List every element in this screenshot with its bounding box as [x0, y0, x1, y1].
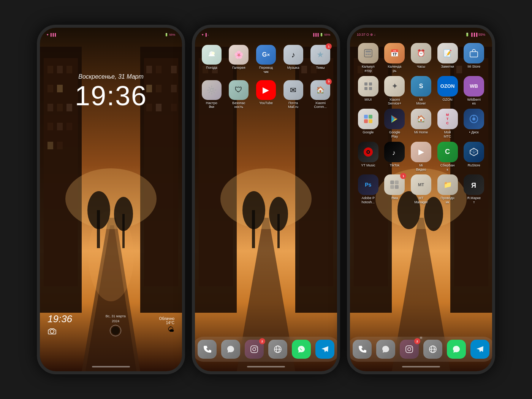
- app-icon-calculator: [358, 43, 378, 63]
- svg-rect-48: [252, 210, 255, 248]
- app-ytmusic[interactable]: YT Music: [356, 142, 381, 172]
- app-icon-ps: Ps: [358, 174, 378, 195]
- svg-point-89: [367, 151, 369, 153]
- app-miui[interactable]: MIUI: [356, 76, 381, 106]
- label-google: Google: [363, 130, 374, 135]
- widget-camera[interactable]: [48, 326, 57, 337]
- app-icon-calendar: 📅: [384, 43, 405, 63]
- app-icon-mi-home: 🏠: [411, 109, 431, 129]
- svg-rect-71: [366, 51, 371, 52]
- app-icon-google: [358, 109, 378, 129]
- badge-insta-2: 2: [259, 338, 265, 344]
- dock-browser-3[interactable]: [423, 340, 442, 359]
- svg-text:Я: Я: [471, 182, 476, 189]
- dock-whatsapp-2[interactable]: [292, 340, 311, 359]
- app-mi-video[interactable]: ▶ MiВидео: [408, 142, 434, 172]
- app-wb[interactable]: WB Wildberries: [461, 76, 486, 106]
- app-rustore[interactable]: RuStore: [461, 142, 486, 172]
- app-mt-manager[interactable]: MT MTManager: [408, 174, 434, 204]
- app-label-music: Музыка: [287, 66, 299, 70]
- label-ozon: OZON: [443, 98, 453, 102]
- app-icon-gallery: 🌸: [229, 45, 249, 65]
- app-mi-mover[interactable]: S MiMover: [408, 76, 434, 106]
- app-xiaomi-comm[interactable]: 🏠 5 XiaomiComm...: [309, 80, 332, 109]
- app-calculator[interactable]: Калькулятор: [356, 43, 381, 73]
- battery-2: ▐▐▐ 🔋 55%: [312, 33, 330, 36]
- label-calendar: Календарь: [388, 65, 402, 73]
- app-weather[interactable]: Погода: [200, 45, 223, 74]
- app-icon-files: 📁: [437, 174, 458, 195]
- heart-icon-2: ♥ ▐ ↓: [202, 33, 209, 36]
- svg-rect-80: [364, 115, 368, 119]
- app-xiaomi-service[interactable]: ✦ XiaomiService+: [382, 76, 407, 106]
- app-tiktok[interactable]: ♪ TikTok: [382, 142, 407, 172]
- app-label-themes: Темы: [316, 66, 325, 70]
- label-tiktok: TikTok: [390, 163, 400, 168]
- status-left-3: 10:37 O ⊕ ↓: [357, 33, 376, 36]
- app-gplay[interactable]: GooglePlay: [382, 109, 407, 139]
- app-mi-home[interactable]: 🏠 Mi Home: [408, 109, 434, 139]
- app-disk[interactable]: • Диск: [461, 109, 486, 139]
- svg-rect-77: [369, 82, 372, 86]
- dock-messages-2[interactable]: [221, 340, 240, 359]
- svg-rect-79: [369, 87, 372, 90]
- app-label-mail: ПочтаMail.ru: [288, 101, 298, 109]
- app-mts[interactable]: МТС МойМТС: [435, 109, 460, 139]
- app-icon-yma: 1: [384, 174, 405, 195]
- app-icon-ytmusic: [358, 142, 378, 162]
- app-yma[interactable]: 1 Яма: [382, 174, 407, 204]
- app-gallery[interactable]: 🌸 Галерея: [227, 45, 250, 74]
- label-mi-home: Mi Home: [414, 130, 428, 135]
- app-youtube[interactable]: ▶ YouTube: [255, 80, 277, 109]
- app-icon-youtube: ▶: [256, 80, 276, 100]
- dock-whatsapp-3[interactable]: [447, 340, 466, 359]
- app-calendar[interactable]: 📅 Календарь: [382, 43, 407, 73]
- app-files[interactable]: 📁 Проводник: [435, 174, 460, 204]
- label-yma: Яма: [391, 196, 398, 200]
- app-settings[interactable]: Настройки: [200, 80, 223, 109]
- app-translate[interactable]: G✕ Переводчик: [255, 45, 277, 74]
- svg-rect-78: [364, 87, 367, 90]
- svg-rect-82: [364, 119, 368, 123]
- app-mistore[interactable]: Mi Store: [461, 43, 486, 73]
- label-calculator: Калькулятор: [362, 65, 375, 73]
- dock-messages-3[interactable]: [376, 340, 395, 359]
- dock-phone-2[interactable]: [198, 340, 217, 359]
- signal-icon-1: ♥ ▐▐▐: [47, 33, 56, 36]
- dock-phone-3[interactable]: [353, 340, 372, 359]
- svg-rect-83: [369, 119, 372, 123]
- app-clock[interactable]: ⏰ Часы: [408, 43, 434, 73]
- app-themes[interactable]: ★ 1 Темы: [309, 45, 332, 74]
- status-right-1: 🔋 55%: [165, 33, 175, 36]
- widget-time: 19:36: [48, 313, 72, 325]
- battery-3: 🔋 ▐▐▐ 55%: [465, 33, 485, 36]
- dock-telegram-3[interactable]: [470, 340, 489, 359]
- dock-browser-2[interactable]: [268, 340, 287, 359]
- label-mi-mover: MiMover: [416, 98, 426, 106]
- status-right-3: 🔋 ▐▐▐ 55%: [465, 33, 485, 36]
- app-icon-xiaomi-service: ✦: [384, 76, 405, 97]
- label-mistore: Mi Store: [467, 65, 480, 69]
- app-mail[interactable]: ✉ ПочтаMail.ru: [282, 80, 305, 109]
- app-security[interactable]: 🛡 Безопасность: [227, 80, 250, 109]
- dock-3: 2: [350, 337, 492, 362]
- dock-telegram-2[interactable]: [315, 340, 334, 359]
- app-icon-wb: WB: [464, 76, 484, 97]
- app-ozon[interactable]: OZON OZON: [435, 76, 460, 106]
- app-notes[interactable]: 📝 Заметки: [435, 43, 460, 73]
- dock-insta-3[interactable]: 2: [400, 340, 419, 359]
- app-label-security: Безопасность: [232, 101, 245, 109]
- app-google[interactable]: Google: [356, 109, 381, 139]
- svg-point-45: [220, 168, 312, 229]
- svg-rect-93: [390, 185, 394, 189]
- app-music[interactable]: ♪ Музыка: [282, 45, 305, 74]
- label-files: Проводник: [440, 196, 454, 204]
- app-label-translate: Переводчик: [259, 66, 273, 74]
- app-ymarket[interactable]: Я Я.Маркет: [461, 174, 486, 204]
- dock-insta-2[interactable]: 2: [245, 340, 264, 359]
- widget-date-text: Вс, 31 марта2024: [106, 314, 126, 323]
- app-sber[interactable]: С СберБанк: [435, 142, 460, 172]
- nav-line-3: [402, 366, 440, 367]
- app-ps[interactable]: Ps Adobe Photosh...: [356, 174, 381, 204]
- app-label-weather: Погода: [206, 66, 217, 70]
